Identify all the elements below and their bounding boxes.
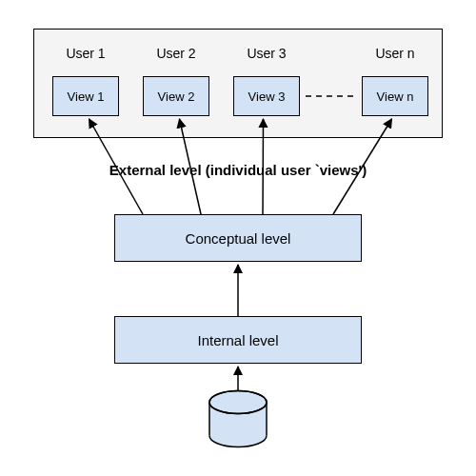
conceptual-level-label: Conceptual level bbox=[186, 230, 291, 247]
internal-level-label: Internal level bbox=[197, 332, 278, 348]
user-label: User 2 bbox=[156, 46, 195, 61]
external-level-title: External level (individual user `views') bbox=[109, 162, 367, 178]
view-box: View 1 bbox=[52, 76, 119, 116]
view-box: View 2 bbox=[143, 76, 209, 116]
view-box: View n bbox=[362, 76, 428, 116]
user-label: User n bbox=[375, 46, 414, 61]
diagram-stage: User 1View 1User 2View 2User 3View 3User… bbox=[0, 0, 476, 476]
svg-point-7 bbox=[209, 391, 267, 414]
conceptual-level-box: Conceptual level bbox=[114, 214, 362, 262]
svg-point-8 bbox=[209, 391, 267, 414]
user-label: User 1 bbox=[66, 46, 105, 61]
internal-level-box: Internal level bbox=[114, 316, 362, 364]
user-label: User 3 bbox=[247, 46, 286, 61]
view-box: View 3 bbox=[233, 76, 300, 116]
